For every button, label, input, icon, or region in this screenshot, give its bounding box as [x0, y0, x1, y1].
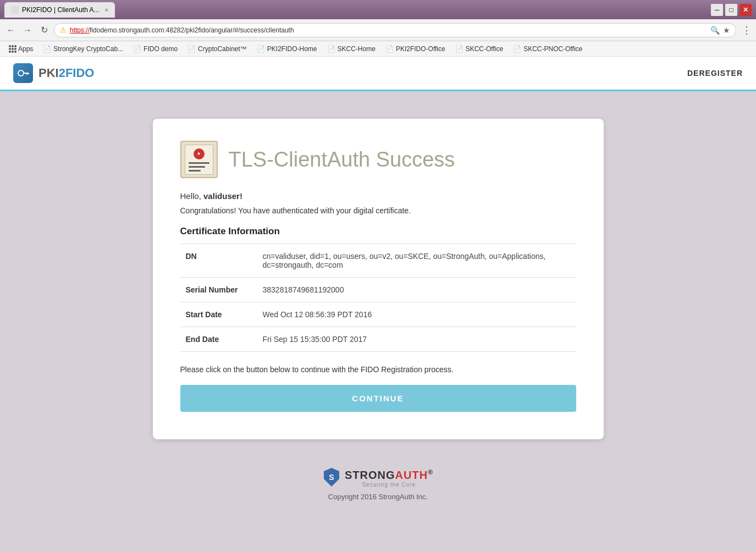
end-date-label: End Date: [180, 327, 257, 352]
bookmark-label-5: SKCC-Home: [338, 45, 376, 53]
page-footer: S STRONGAUTH® Securing the Core Copyrigh…: [11, 456, 745, 512]
bookmark-label-2: FIDO demo: [144, 45, 178, 53]
bookmark-doc-icon-4: 📄: [257, 45, 265, 53]
bookmark-doc-icon-5: 📄: [327, 45, 335, 53]
continue-button[interactable]: CONTINUE: [180, 385, 576, 412]
strongauth-logo: S STRONGAUTH® Securing the Core: [22, 467, 734, 489]
minimize-button[interactable]: ─: [711, 4, 723, 16]
bookmark-doc-icon: 📄: [43, 45, 51, 53]
address-bar[interactable]: ⚠ https://fidodemo.strongauth.com:48282/…: [54, 23, 736, 37]
url-rest: fidodemo.strongauth.com:48282/pki2fido/a…: [90, 26, 294, 34]
tab-favicon: [11, 6, 19, 14]
bookmark-doc-icon-3: 📄: [187, 45, 196, 53]
bookmark-label-7: SKCC-Office: [466, 45, 503, 53]
back-button[interactable]: ←: [4, 24, 18, 37]
reload-button[interactable]: ↻: [37, 24, 51, 37]
sa-shield-wrapper: S: [323, 467, 340, 489]
apps-label: Apps: [18, 45, 33, 53]
bookmark-star-icon[interactable]: ★: [723, 26, 730, 35]
success-title: TLS-ClientAuth Success: [229, 148, 455, 172]
bookmark-doc-icon-8: 📄: [513, 45, 521, 53]
logo-icon: [13, 63, 33, 83]
bookmarks-bar: Apps 📄 StrongKey CryptoCab... 📄 FIDO dem…: [0, 41, 756, 57]
close-button[interactable]: ✕: [740, 4, 752, 16]
svg-text:S: S: [329, 473, 334, 482]
start-date-label: Start Date: [180, 302, 257, 327]
cert-line-3: [189, 170, 201, 172]
logo-text: PKI2FIDO: [38, 66, 94, 80]
strongauth-shield-icon: S: [323, 467, 340, 488]
dn-label: DN: [180, 244, 257, 278]
cert-info-table: DN cn=validuser, did=1, ou=users, ou=v2,…: [180, 244, 576, 352]
apps-grid-icon: [9, 45, 16, 53]
sa-tagline: Securing the Core: [345, 482, 433, 488]
serial-label: Serial Number: [180, 278, 257, 302]
bookmark-pki2fido-office[interactable]: 📄 PKI2FIDO-Office: [381, 44, 450, 54]
tab-title: PKI2FIDO | ClientAuth A...: [22, 6, 100, 14]
hello-text: Hello, validuser!: [180, 191, 576, 201]
forward-button[interactable]: →: [21, 24, 34, 37]
bookmark-skcc-home[interactable]: 📄 SKCC-Home: [323, 44, 380, 54]
bookmark-label: StrongKey CryptoCab...: [53, 45, 123, 53]
start-date-row: Start Date Wed Oct 12 08:56:39 PDT 2016: [180, 302, 576, 327]
card-header: ★ TLS-ClientAuth Success: [180, 141, 576, 178]
bookmark-fido[interactable]: 📄 FIDO demo: [129, 44, 182, 54]
apps-bookmark[interactable]: Apps: [4, 44, 37, 54]
window-controls: ─ □ ✕: [711, 4, 752, 16]
hello-prefix: Hello,: [180, 191, 204, 201]
app-logo: PKI2FIDO: [13, 63, 94, 83]
bookmark-skcc-office[interactable]: 📄 SKCC-Office: [451, 44, 507, 54]
start-date-value: Wed Oct 12 08:56:39 PDT 2016: [257, 302, 576, 327]
bookmark-label-4: PKI2FIDO-Home: [267, 45, 317, 53]
page-content: ★ TLS-ClientAuth Success Hello, validuse…: [0, 91, 756, 552]
window-titlebar: PKI2FIDO | ClientAuth A... × ─ □ ✕: [0, 0, 756, 19]
certificate-icon: ★: [180, 141, 218, 178]
bookmark-skcc-pnoc[interactable]: 📄 SKCC-PNOC-Office: [509, 44, 587, 54]
active-tab[interactable]: PKI2FIDO | ClientAuth A... ×: [4, 2, 115, 18]
maximize-button[interactable]: □: [725, 4, 737, 16]
bookmark-doc-icon-2: 📄: [133, 45, 141, 53]
cert-seal: ★: [194, 148, 205, 159]
bookmark-label-8: SKCC-PNOC-Office: [523, 45, 582, 53]
key-icon: [16, 67, 30, 80]
ssl-warning-icon: ⚠: [60, 26, 67, 34]
bookmark-doc-icon-7: 📄: [455, 45, 463, 53]
congrats-text: Congratulations! You have authenticated …: [180, 206, 576, 215]
bookmark-label-6: PKI2FIDO-Office: [396, 45, 445, 53]
address-bar-icons: 🔍 ★: [710, 26, 730, 35]
bookmark-strongkey[interactable]: 📄 StrongKey CryptoCab...: [38, 44, 128, 54]
browser-menu-icon[interactable]: ⋮: [742, 24, 752, 36]
url-protocol: https://: [70, 26, 90, 34]
cert-icon-inner: ★: [185, 145, 213, 175]
cert-line-1: [189, 162, 209, 164]
sa-brand-name: STRONGAUTH®: [345, 468, 433, 482]
search-icon[interactable]: 🔍: [710, 26, 720, 35]
logo-pki: PKI: [38, 66, 59, 80]
bookmark-crypto[interactable]: 📄 CryptoCabinet™: [183, 44, 251, 54]
fido-note: Please click on the button below to cont…: [180, 365, 576, 374]
sa-auth: AUTH: [395, 469, 428, 481]
svg-point-0: [18, 70, 24, 76]
url-text: https://fidodemo.strongauth.com:48282/pk…: [70, 26, 294, 34]
serial-value: 3832818749681192000: [257, 278, 576, 302]
logo-2fido: 2FIDO: [59, 66, 95, 80]
browser-tabs: PKI2FIDO | ClientAuth A... ×: [4, 0, 115, 19]
end-date-row: End Date Fri Sep 15 15:35:00 PDT 2017: [180, 327, 576, 352]
bookmark-label-3: CryptoCabinet™: [198, 45, 247, 53]
cert-info-header: Certificate Information: [180, 226, 576, 237]
copyright-text: Copyright 2016 StrongAuth Inc.: [22, 493, 734, 501]
serial-row: Serial Number 3832818749681192000: [180, 278, 576, 302]
sa-strong: STRONG: [345, 469, 395, 481]
bookmark-pki2fido-home[interactable]: 📄 PKI2FIDO-Home: [252, 44, 322, 54]
tab-close-button[interactable]: ×: [105, 7, 108, 13]
end-date-value: Fri Sep 15 15:35:00 PDT 2017: [257, 327, 576, 352]
cert-line-2: [189, 166, 205, 168]
deregister-button[interactable]: DEREGISTER: [687, 69, 743, 78]
sa-brand-text: STRONGAUTH® Securing the Core: [345, 468, 433, 488]
dn-row: DN cn=validuser, did=1, ou=users, ou=v2,…: [180, 244, 576, 278]
bookmark-doc-icon-6: 📄: [385, 45, 394, 53]
sa-trademark: ®: [428, 468, 433, 476]
username: validuser!: [203, 191, 242, 201]
dn-value: cn=validuser, did=1, ou=users, ou=v2, ou…: [257, 244, 576, 278]
app-header: PKI2FIDO DEREGISTER: [0, 57, 756, 91]
